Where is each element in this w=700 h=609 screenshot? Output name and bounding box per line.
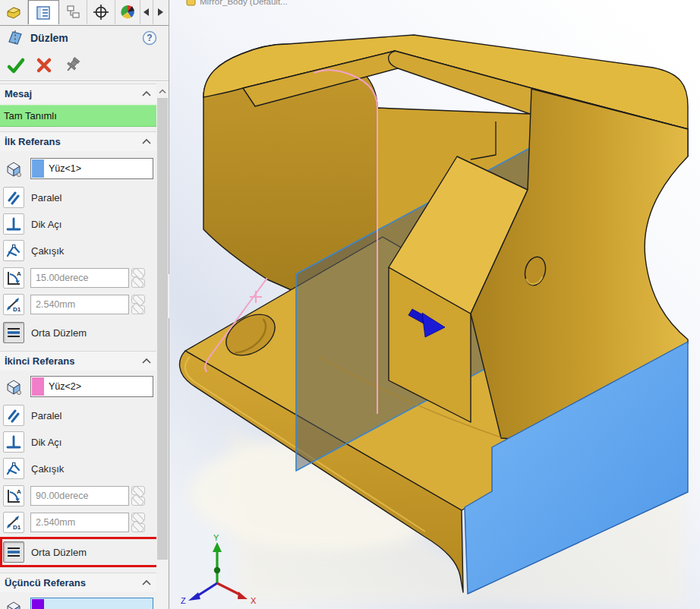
first-reference-selection-row: Yüz<1> xyxy=(3,157,156,180)
selection-value: Yüz<2> xyxy=(45,377,81,396)
model-view: Y Z X Mirror_Body (Default... xyxy=(169,0,700,609)
feature-tree-item[interactable]: Mirror_Body (Default... xyxy=(187,0,288,6)
section-title: İlk Referans xyxy=(5,136,61,147)
angle-input[interactable]: 90.00derece xyxy=(30,486,129,506)
pin-button[interactable] xyxy=(62,56,82,74)
display-manager-icon xyxy=(119,4,136,21)
spinner-down-icon[interactable] xyxy=(131,497,145,506)
section-header-second-reference[interactable]: İkinci Referans xyxy=(0,351,156,371)
section-title: Üçüncü Referans xyxy=(5,577,86,588)
distance-spinner[interactable] xyxy=(131,295,145,314)
dimxpert-icon xyxy=(93,4,109,21)
option-label: Çakışık xyxy=(31,245,64,257)
section-header-first-reference[interactable]: İlk Referans xyxy=(0,131,156,151)
z-axis-label: Z xyxy=(181,596,186,605)
solidworks-window: Düzlem ? xyxy=(0,0,700,609)
parallel-icon xyxy=(3,187,24,208)
face-select-icon xyxy=(3,598,24,609)
separator xyxy=(0,80,169,82)
coincident-icon xyxy=(3,240,24,261)
chevron-up-icon xyxy=(141,90,152,97)
parallel-icon xyxy=(3,405,24,426)
scrollbar-thumb[interactable] xyxy=(157,98,168,560)
property-manager-panel: Düzlem ? xyxy=(0,0,169,609)
first-reference-selection-box[interactable]: Yüz<1> xyxy=(30,158,153,179)
option-label: Dik Açı xyxy=(31,437,61,448)
svg-text:D1: D1 xyxy=(13,524,21,531)
y-axis-label: Y xyxy=(213,533,219,542)
midplane-icon xyxy=(3,322,24,343)
section-header-message[interactable]: Mesaj xyxy=(0,84,156,103)
graphics-area[interactable]: Y Z X Mirror_Body (Default... xyxy=(169,0,700,609)
tab-displaymanager[interactable] xyxy=(115,0,140,24)
option-label: Orta Düzlem xyxy=(31,327,87,339)
ok-button[interactable] xyxy=(6,56,26,74)
property-manager-header: Düzlem ? xyxy=(0,25,169,51)
tab-propertymanager[interactable] xyxy=(28,0,59,24)
spinner-down-icon[interactable] xyxy=(131,523,145,532)
arrow-right-icon xyxy=(158,8,163,16)
perpendicular-option-row[interactable]: Dik Açı xyxy=(3,431,156,453)
second-reference-selection-row: Yüz<2> xyxy=(3,375,156,398)
distance-input[interactable]: 2.540mm xyxy=(30,295,129,314)
feature-tree-label: Mirror_Body (Default... xyxy=(200,0,288,6)
coincident-option-row[interactable]: Çakışık xyxy=(3,458,156,479)
tab-featuremanager[interactable] xyxy=(0,0,28,24)
help-icon[interactable]: ? xyxy=(141,30,158,46)
spinner-up-icon[interactable] xyxy=(131,513,145,522)
spinner-up-icon[interactable] xyxy=(131,268,145,277)
option-label: Paralel xyxy=(31,192,61,204)
coincident-option-row[interactable]: Çakışık xyxy=(3,240,156,261)
svg-text:A: A xyxy=(17,488,21,495)
panel-tab-bar xyxy=(0,0,169,26)
third-reference-selection-box[interactable] xyxy=(30,598,153,609)
angle-input[interactable]: 15.00derece xyxy=(30,268,129,288)
chevron-up-icon xyxy=(141,358,152,364)
distance-row: D1 2.540mm xyxy=(3,293,156,316)
perpendicular-icon xyxy=(3,431,24,453)
angle-icon: A xyxy=(3,485,24,506)
cancel-button[interactable] xyxy=(35,56,53,74)
section-title: İkinci Referans xyxy=(5,355,75,367)
parallel-option-row[interactable]: Paralel xyxy=(3,405,156,426)
midplane-option-row[interactable]: Orta Düzlem xyxy=(3,320,156,345)
face-select-icon xyxy=(3,158,24,179)
angle-row: A 90.00derece xyxy=(3,484,156,507)
property-manager-icon xyxy=(35,5,52,21)
spinner-down-icon[interactable] xyxy=(131,279,145,288)
distance-spinner[interactable] xyxy=(131,513,145,532)
feature-icon xyxy=(187,0,195,5)
selection-color-swatch xyxy=(32,159,44,178)
tab-scroll-right-button[interactable] xyxy=(153,0,169,24)
angle-spinner[interactable] xyxy=(131,486,145,506)
second-reference-selection-box[interactable]: Yüz<2> xyxy=(30,376,153,397)
tab-scroll-left-button[interactable] xyxy=(140,0,153,24)
configuration-manager-icon xyxy=(65,4,81,21)
perpendicular-option-row[interactable]: Dik Açı xyxy=(3,213,156,235)
panel-scrollbar[interactable] xyxy=(156,85,169,609)
midplane-icon xyxy=(3,541,24,563)
svg-text:A: A xyxy=(17,270,21,277)
arrow-left-icon xyxy=(143,8,149,16)
parallel-option-row[interactable]: Paralel xyxy=(3,187,156,208)
distance-row: D1 2.540mm xyxy=(3,511,156,534)
svg-text:?: ? xyxy=(147,33,152,43)
coincident-icon xyxy=(3,458,24,479)
spinner-up-icon[interactable] xyxy=(131,486,145,495)
perpendicular-icon xyxy=(3,213,24,235)
tab-configurationmanager[interactable] xyxy=(59,0,87,24)
section-header-third-reference[interactable]: Üçüncü Referans xyxy=(0,573,156,592)
selection-color-swatch xyxy=(32,599,44,609)
spinner-down-icon[interactable] xyxy=(131,305,145,314)
selection-value: Yüz<1> xyxy=(45,159,81,178)
spinner-up-icon[interactable] xyxy=(131,295,145,304)
tab-dimxpert[interactable] xyxy=(87,0,115,24)
scrollbar-up-icon[interactable] xyxy=(156,85,169,97)
distance-input[interactable]: 2.540mm xyxy=(30,513,129,532)
midplane-option-row-highlighted[interactable]: Orta Düzlem xyxy=(3,540,156,564)
part-icon xyxy=(5,4,22,21)
svg-text:D1: D1 xyxy=(13,306,21,313)
angle-spinner[interactable] xyxy=(131,268,145,288)
face-select-icon xyxy=(3,376,24,397)
third-reference-selection-row xyxy=(3,597,156,609)
